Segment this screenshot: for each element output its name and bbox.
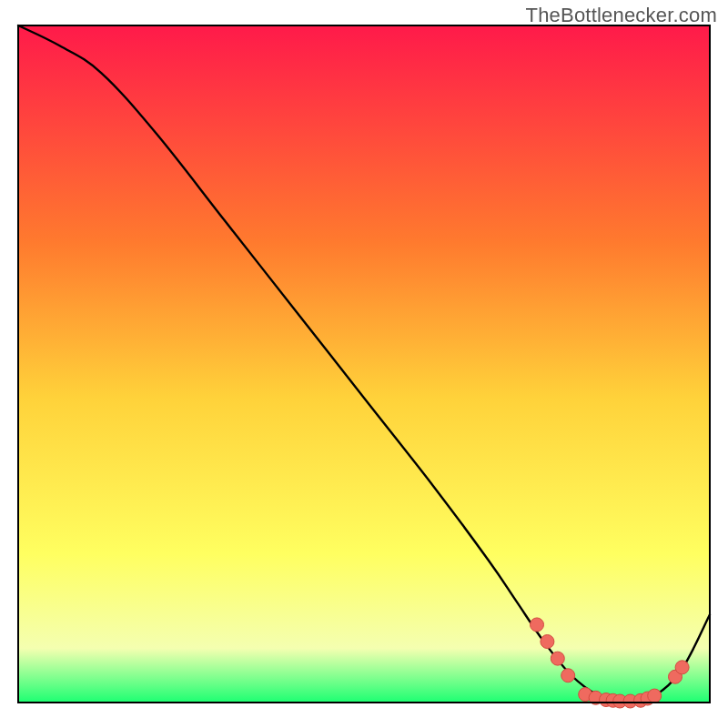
- watermark-text: TheBottlenecker.com: [526, 4, 717, 27]
- curve-marker: [648, 689, 662, 703]
- chart-stage: TheBottlenecker.com: [0, 0, 728, 728]
- curve-marker: [541, 635, 554, 649]
- curve-marker: [531, 618, 544, 632]
- plot-background: [18, 25, 710, 703]
- curve-marker: [551, 652, 564, 665]
- bottleneck-chart: [0, 0, 728, 728]
- curve-marker: [561, 669, 575, 682]
- curve-marker: [675, 661, 689, 674]
